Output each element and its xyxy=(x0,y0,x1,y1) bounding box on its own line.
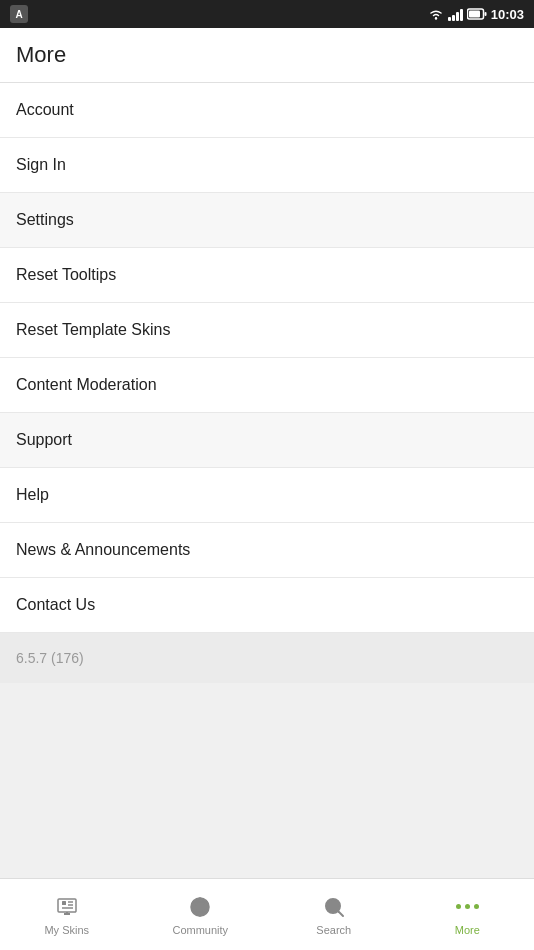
wifi-icon xyxy=(428,7,444,21)
nav-label-more: More xyxy=(455,924,480,936)
battery-icon xyxy=(467,8,487,20)
nav-label-search: Search xyxy=(316,924,351,936)
menu-item-reset-tooltips[interactable]: Reset Tooltips xyxy=(0,248,534,303)
svg-rect-4 xyxy=(58,899,76,912)
page-title: More xyxy=(16,42,518,68)
signal-icon xyxy=(448,7,463,21)
search-icon xyxy=(321,894,347,920)
svg-line-17 xyxy=(338,911,343,916)
status-bar: A 10:03 xyxy=(0,0,534,28)
nav-item-search[interactable]: Search xyxy=(267,886,401,944)
page-header: More xyxy=(0,28,534,83)
status-bar-right: 10:03 xyxy=(428,7,524,22)
svg-rect-3 xyxy=(469,11,480,18)
menu-item-account[interactable]: Account xyxy=(0,83,534,138)
menu-item-reset-template-skins[interactable]: Reset Template Skins xyxy=(0,303,534,358)
menu-item-settings[interactable]: Settings xyxy=(0,193,534,248)
nav-item-community[interactable]: Community xyxy=(134,886,268,944)
menu-list: Account Sign In Settings Reset Tooltips … xyxy=(0,83,534,633)
more-icon xyxy=(454,894,480,920)
svg-rect-2 xyxy=(484,12,486,16)
menu-item-news-announcements[interactable]: News & Announcements xyxy=(0,523,534,578)
svg-point-0 xyxy=(435,17,437,19)
nav-item-more[interactable]: More xyxy=(401,886,535,944)
menu-item-help[interactable]: Help xyxy=(0,468,534,523)
version-text: 6.5.7 (176) xyxy=(16,650,84,666)
status-time: 10:03 xyxy=(491,7,524,22)
content-area: More Account Sign In Settings Reset Tool… xyxy=(0,28,534,878)
menu-item-support[interactable]: Support xyxy=(0,413,534,468)
community-icon xyxy=(187,894,213,920)
nav-label-community: Community xyxy=(172,924,228,936)
svg-rect-5 xyxy=(62,901,66,905)
my-skins-icon xyxy=(54,894,80,920)
nav-label-my-skins: My Skins xyxy=(44,924,89,936)
version-area: 6.5.7 (176) xyxy=(0,633,534,683)
menu-item-sign-in[interactable]: Sign In xyxy=(0,138,534,193)
nav-item-my-skins[interactable]: My Skins xyxy=(0,886,134,944)
a-icon: A xyxy=(10,5,28,23)
status-bar-left: A xyxy=(10,5,28,23)
bottom-nav: My Skins Community Search xyxy=(0,878,534,950)
menu-item-content-moderation[interactable]: Content Moderation xyxy=(0,358,534,413)
menu-item-contact-us[interactable]: Contact Us xyxy=(0,578,534,633)
